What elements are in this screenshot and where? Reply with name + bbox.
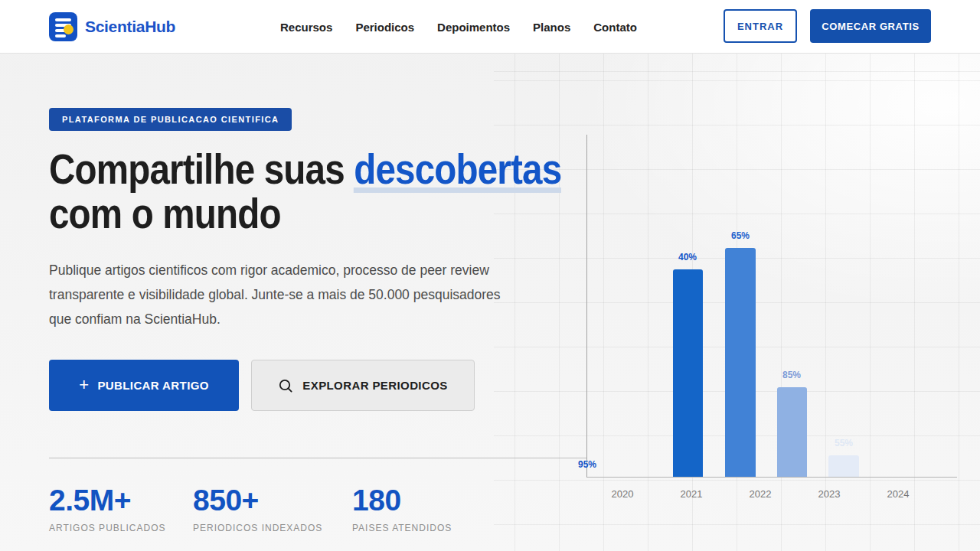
chart-axis-tick-label: 2020 <box>592 488 653 500</box>
login-button[interactable]: ENTRAR <box>724 9 797 43</box>
title-highlight: descobertas <box>354 145 561 193</box>
explorar-periodicos-label: EXPLORAR PERIODICOS <box>302 379 447 392</box>
nav-link-periodicos[interactable]: Periodicos <box>355 21 414 34</box>
chart-bar-2022 <box>725 248 756 477</box>
stat-paises: 180 PAISES ATENDIDOS <box>352 482 452 533</box>
plus-icon: + <box>79 377 89 393</box>
stat-value: 2.5M+ <box>49 482 165 519</box>
title-line2: com o mundo <box>49 189 281 237</box>
search-icon <box>278 378 293 393</box>
chart-axis-tick-label: 2021 <box>661 488 722 500</box>
page: ScientiaHub Recursos Periodicos Depoimen… <box>0 0 980 551</box>
stat-value: 180 <box>352 482 452 519</box>
publicar-artigo-label: PUBLICAR ARTIGO <box>97 379 208 392</box>
chart-bar-value-label: 40% <box>665 252 710 262</box>
stat-periodicos: 850+ PERIODICOS INDEXADOS <box>193 482 322 533</box>
chart-bar-value-label: 85% <box>769 370 815 380</box>
page-title: Compartilhe suas descobertas com o mundo <box>49 147 609 236</box>
bar-chart: 95%40%65%85%55% 20202021202220232024 <box>586 135 957 478</box>
title-prefix: Compartilhe suas <box>49 145 354 193</box>
stat-label: ARTIGOS PUBLICADOS <box>49 523 165 533</box>
nav-link-depoimentos[interactable]: Depoimentos <box>437 21 510 34</box>
nav-link-planos[interactable]: Planos <box>533 21 570 34</box>
header: ScientiaHub Recursos Periodicos Depoimen… <box>0 0 980 54</box>
chart-bar-value-label: 55% <box>821 438 867 448</box>
hero-description: Publique artigos cientificos com rigor a… <box>49 258 518 331</box>
nav-link-contato[interactable]: Contato <box>593 21 637 34</box>
main-nav: Recursos Periodicos Depoimentos Planos C… <box>280 0 637 54</box>
chart-bar-value-label: 65% <box>717 230 763 241</box>
brand-name: ScientiaHub <box>85 18 175 36</box>
publicar-artigo-button[interactable]: + PUBLICAR ARTIGO <box>49 360 239 411</box>
stat-artigos: 2.5M+ ARTIGOS PUBLICADOS <box>49 482 165 533</box>
section-divider <box>49 458 587 458</box>
signup-button[interactable]: COMECAR GRATIS <box>810 9 931 43</box>
yellow-dot-icon <box>64 24 74 34</box>
chart-axis-tick-label: 2024 <box>867 488 929 500</box>
brand[interactable]: ScientiaHub <box>49 12 175 41</box>
chart-axis-tick-label: 2023 <box>799 488 860 500</box>
chart-bar-2023 <box>777 387 807 477</box>
chart-bar-2024 <box>828 455 859 477</box>
chart-bar-value-label: 95% <box>564 459 610 470</box>
chart-axis-tick-label: 2022 <box>730 488 791 500</box>
stat-value: 850+ <box>193 482 322 519</box>
nav-link-recursos[interactable]: Recursos <box>280 21 332 34</box>
hero-badge: PLATAFORMA DE PUBLICACAO CIENTIFICA <box>49 108 292 131</box>
explorar-periodicos-button[interactable]: EXPLORAR PERIODICOS <box>251 360 475 411</box>
chart-bar-2021 <box>673 269 703 477</box>
stat-label: PERIODICOS INDEXADOS <box>193 523 322 533</box>
document-lines-icon <box>49 12 77 41</box>
stat-label: PAISES ATENDIDOS <box>352 523 452 533</box>
